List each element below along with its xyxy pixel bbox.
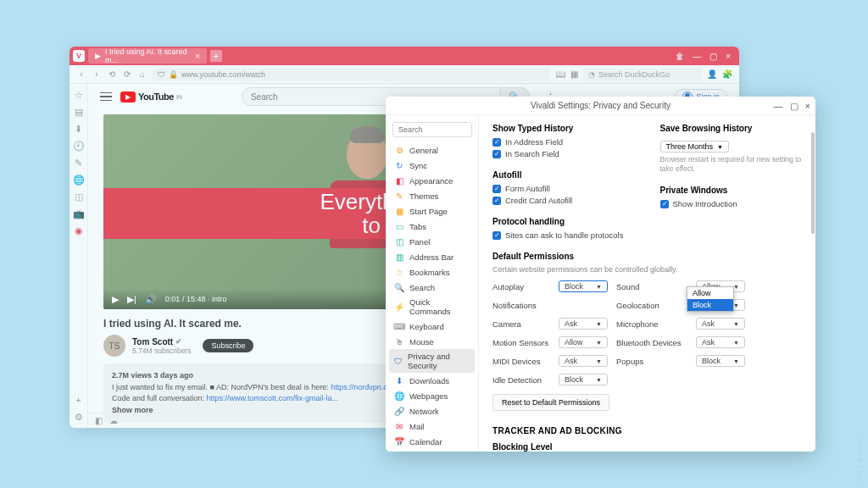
show-intro-checkbox[interactable]: Show Introduction (660, 199, 803, 208)
reader-icon[interactable]: 📖 (555, 69, 565, 79)
dropdown-option-allow[interactable]: Allow (687, 287, 733, 299)
address-bar[interactable]: 🛡 🔒 www.youtube.com/watch (153, 68, 550, 81)
settings-nav-appearance[interactable]: ◧Appearance (386, 173, 478, 188)
settings-content: Show Typed History In Address Field In S… (479, 115, 815, 452)
twitch-icon[interactable]: 📺 (73, 208, 85, 219)
settings-nav-privacy-and-security[interactable]: 🛡Privacy and Security (389, 349, 475, 373)
reset-permissions-button[interactable]: Reset to Default Permissions (492, 394, 609, 411)
panel-toggle-icon[interactable]: ◧ (95, 416, 103, 425)
reading-list-icon[interactable]: ▤ (73, 106, 85, 118)
settings-nav-themes[interactable]: ✎Themes (386, 188, 478, 203)
dropdown-option-block[interactable]: Block (687, 299, 733, 311)
settings-nav-panel[interactable]: ◫Panel (386, 234, 478, 249)
perm-idle-detection-select[interactable]: Block▼ (559, 374, 608, 385)
nav-label: Bookmarks (409, 268, 450, 277)
settings-nav-tabs[interactable]: ▭Tabs (386, 219, 478, 234)
address-field-checkbox[interactable]: In Address Field (492, 137, 635, 147)
settings-nav-bookmarks[interactable]: ☆Bookmarks (386, 264, 478, 280)
section-header: TRACKER AND AD BLOCKING (492, 426, 802, 435)
settings-nav-address-bar[interactable]: ▥Address Bar (386, 249, 478, 264)
shield-icon[interactable]: 🛡 (158, 70, 165, 79)
settings-nav-start-page[interactable]: ▦Start Page (386, 203, 478, 219)
settings-nav-keyboard[interactable]: ⌨Keyboard (386, 319, 478, 334)
credit-card-autofill-checkbox[interactable]: Credit Card Autofill (492, 196, 635, 205)
window-panel-icon[interactable]: ◫ (73, 191, 85, 202)
home-icon[interactable]: ⌂ (137, 69, 147, 80)
settings-nav-network[interactable]: 🔗Network (386, 403, 478, 419)
translate-panel-icon[interactable]: 🌐 (73, 174, 85, 186)
minimize-icon[interactable]: — (693, 52, 701, 61)
perm-motion-sensors-select[interactable]: Allow▼ (559, 336, 608, 348)
maximize-icon[interactable]: ▢ (709, 52, 717, 61)
forward-icon[interactable]: › (92, 69, 102, 80)
desc-link-2[interactable]: https://www.tomscott.com/fix-gmail-la... (207, 394, 339, 402)
next-icon[interactable]: ▶| (127, 294, 136, 305)
channel-name[interactable]: Tom Scott (132, 337, 173, 347)
settings-close-icon[interactable]: × (805, 101, 810, 111)
perm-popups-select[interactable]: Block▼ (696, 355, 745, 367)
settings-nav-mail[interactable]: ✉Mail (386, 419, 478, 434)
extensions-icon[interactable]: 🧩 (722, 69, 732, 79)
bookmarks-panel-icon[interactable]: ☆ (73, 89, 85, 101)
new-tab-button[interactable]: + (210, 50, 222, 62)
chevron-down-icon: ▼ (733, 340, 739, 346)
volume-icon[interactable]: 🔊 (145, 294, 157, 305)
perm-midi-devices-select[interactable]: Ask▼ (559, 355, 608, 367)
chevron-down-icon: ▼ (596, 321, 602, 327)
settings-nav-downloads[interactable]: ⬇Downloads (386, 373, 478, 388)
group-title: Show Typed History (492, 124, 635, 133)
back-icon[interactable]: ‹ (76, 69, 86, 80)
settings-minimize-icon[interactable]: — (774, 101, 783, 111)
form-autofill-checkbox[interactable]: Form Autofill (492, 184, 635, 193)
channel-avatar[interactable]: TS (103, 335, 125, 357)
perm-bluetooth-devices-select[interactable]: Ask▼ (696, 336, 745, 348)
qr-icon[interactable]: ▦ (570, 69, 578, 79)
nav-label: Downloads (409, 376, 449, 385)
sync-status-icon[interactable]: ☁ (109, 416, 118, 425)
profile-icon[interactable]: 👤 (707, 69, 717, 79)
settings-nav-webpages[interactable]: 🌐Webpages (386, 388, 478, 403)
nav-label: Keyboard (409, 322, 444, 331)
settings-nav-mouse[interactable]: 🖱Mouse (386, 334, 478, 349)
settings-nav-quick-commands[interactable]: ⚡Quick Commands (386, 295, 478, 319)
settings-nav-general[interactable]: ⚙General (386, 142, 478, 158)
app-icon[interactable]: ◉ (73, 225, 85, 236)
reload-icon[interactable]: ⟳ (122, 69, 132, 80)
downloads-panel-icon[interactable]: ⬇ (73, 123, 85, 135)
close-window-icon[interactable]: × (726, 52, 731, 61)
rewind-icon[interactable]: ⟲ (107, 69, 117, 80)
settings-nav-feeds[interactable]: 📰Feeds (386, 449, 478, 452)
close-tab-icon[interactable]: × (195, 52, 200, 61)
settings-maximize-icon[interactable]: ▢ (790, 101, 798, 112)
search-field-checkbox[interactable]: In Search Field (492, 149, 635, 158)
chevron-down-icon: ▼ (596, 358, 602, 364)
protocol-checkbox[interactable]: Sites can ask to handle protocols (492, 230, 635, 240)
tracker-blocking-group: TRACKER AND AD BLOCKING Blocking Level S… (492, 426, 802, 452)
settings-nav-calendar[interactable]: 📅Calendar (386, 434, 478, 449)
settings-panel-icon[interactable]: ⚙ (73, 411, 85, 423)
history-duration-select[interactable]: Three Months▼ (660, 141, 729, 152)
subscribe-button[interactable]: Subscribe (203, 339, 253, 352)
settings-search-input[interactable] (392, 122, 472, 137)
add-panel-icon[interactable]: + (73, 394, 85, 406)
nav-label: Privacy and Security (408, 352, 470, 370)
trash-icon[interactable]: 🗑 (676, 52, 684, 61)
settings-nav-sync[interactable]: ↻Sync (386, 158, 478, 173)
vivaldi-watermark: VIVALDI (855, 440, 863, 483)
scrollbar-thumb[interactable] (811, 132, 815, 234)
settings-nav-search[interactable]: 🔍Search (386, 280, 478, 295)
menu-icon[interactable] (100, 91, 112, 103)
play-icon[interactable]: ▶ (112, 294, 119, 305)
history-panel-icon[interactable]: 🕘 (73, 140, 85, 152)
vivaldi-logo-icon[interactable]: V (73, 50, 85, 62)
search-field[interactable]: ◔ Search DuckDuckGo (583, 68, 702, 81)
perm-microphone-select[interactable]: Ask▼ (696, 318, 745, 330)
browser-tab[interactable]: ▶ I tried using AI. It scared m... × (88, 48, 207, 64)
nav-label: Start Page (409, 207, 448, 216)
window-controls: 🗑 — ▢ × (676, 52, 736, 61)
youtube-logo[interactable]: ▶ YouTube IN (120, 92, 182, 103)
perm-autoplay-select[interactable]: Block▼ (559, 280, 608, 292)
perm-camera-select[interactable]: Ask▼ (559, 318, 608, 330)
notes-panel-icon[interactable]: ✎ (73, 157, 85, 169)
tab-bar: V ▶ I tried using AI. It scared m... × +… (70, 47, 739, 65)
